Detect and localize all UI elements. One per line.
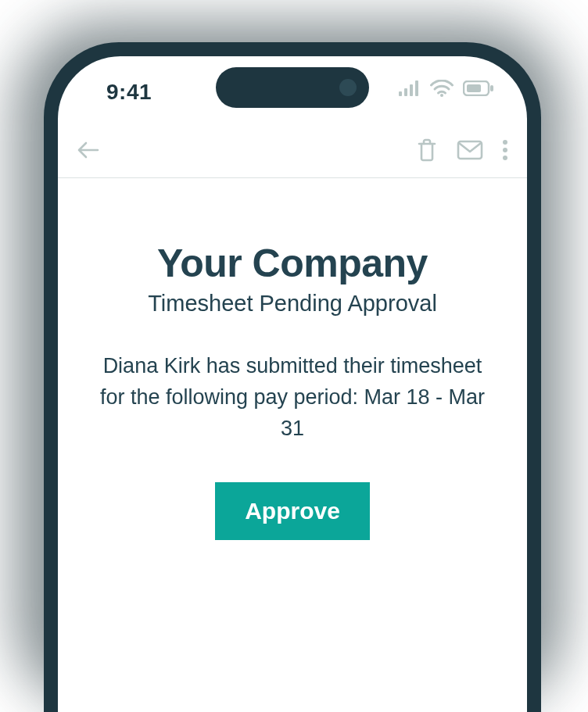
company-name: Your Company	[58, 241, 527, 286]
svg-point-11	[503, 156, 507, 160]
svg-point-4	[440, 94, 443, 97]
svg-rect-3	[415, 81, 418, 96]
email-message: Diana Kirk has submitted their timesheet…	[97, 351, 488, 445]
status-indicators	[399, 80, 494, 97]
status-bar: 9:41	[58, 56, 527, 122]
svg-rect-6	[467, 84, 481, 92]
email-body: Your Company Timesheet Pending Approval …	[58, 178, 527, 540]
email-subject: Timesheet Pending Approval	[58, 291, 527, 317]
back-arrow-icon[interactable]	[77, 141, 100, 159]
phone-frame: 9:41	[44, 42, 541, 712]
svg-rect-1	[404, 88, 407, 96]
svg-rect-7	[490, 85, 493, 91]
svg-rect-0	[399, 91, 402, 96]
email-toolbar	[58, 122, 527, 178]
svg-rect-2	[410, 84, 413, 96]
battery-icon	[463, 81, 494, 96]
status-time: 9:41	[106, 80, 152, 105]
svg-point-9	[503, 140, 507, 145]
dynamic-island	[216, 67, 369, 108]
phone-screen: 9:41	[58, 56, 527, 712]
wifi-icon	[430, 80, 454, 97]
approve-button[interactable]: Approve	[215, 482, 370, 540]
mail-icon[interactable]	[457, 140, 483, 160]
cellular-icon	[399, 81, 421, 96]
svg-point-10	[503, 148, 507, 152]
more-vertical-icon[interactable]	[502, 139, 508, 161]
trash-icon[interactable]	[416, 138, 438, 162]
